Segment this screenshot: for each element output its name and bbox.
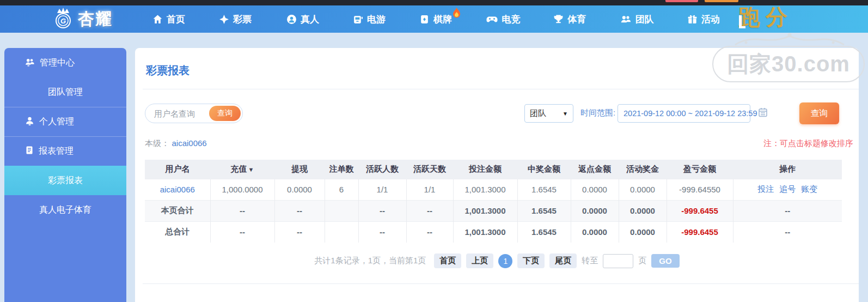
nav-item-label: 棋牌 <box>433 13 452 26</box>
table-row-grand-total: 总合计 -- -- -- -- 1,001.3000 1.6545 0.0000… <box>145 221 842 243</box>
top-navbar: G 杏耀 首页 彩票 真人 电游 棋牌 电竞 <box>0 5 868 33</box>
report-table: 用户名 充值▼ 提现 注单数 活跃人数 活跃天数 投注金额 中奖金额 返点金额 … <box>145 160 842 243</box>
nav-item-label: 电游 <box>367 13 386 26</box>
strip-accent-pink <box>665 0 698 2</box>
sidebar-item-label: 管理中心 <box>40 57 75 69</box>
username-search-button[interactable]: 查询 <box>209 106 241 121</box>
cell-win-amount: 1.6545 <box>517 179 571 200</box>
lottery-icon <box>219 14 229 25</box>
filter-row: 查询 团队 ▼ 时间范围: 2021-09-12 00:00 ~ 2021-09… <box>145 102 849 124</box>
cell-recharge: -- <box>210 221 274 243</box>
col-username[interactable]: 用户名 <box>145 160 210 179</box>
prev-page-button[interactable]: 上页 <box>466 253 493 268</box>
person-icon <box>25 116 34 128</box>
username-link[interactable]: aicai0066 <box>160 185 195 194</box>
cell-label: 本页合计 <box>145 200 210 221</box>
action-account-change-link[interactable]: 账变 <box>801 184 817 194</box>
sidebar-item-label: 彩票报表 <box>48 175 83 186</box>
nav-item-label: 体育 <box>567 13 586 26</box>
cell-bonus: 0.0000 <box>619 221 667 243</box>
cell-recharge: -- <box>210 200 274 221</box>
nav-item-cards[interactable]: 棋牌 <box>419 5 452 33</box>
cell-win-amount: 1.6545 <box>517 200 571 221</box>
col-rebate-amount[interactable]: 返点金额 <box>571 160 619 179</box>
sidebar-item-lottery-report[interactable]: 彩票报表 <box>4 166 126 195</box>
col-actions[interactable]: 操作 <box>733 160 842 179</box>
col-bet-count[interactable]: 注单数 <box>325 160 358 179</box>
scope-select-value: 团队 <box>530 108 563 119</box>
flame-hot-icon <box>453 8 461 21</box>
nav-item-live[interactable]: 真人 <box>286 5 319 33</box>
cell-withdraw: -- <box>274 200 325 221</box>
col-active-users[interactable]: 活跃人数 <box>358 160 406 179</box>
action-bets-link[interactable]: 投注 <box>757 184 774 194</box>
pagination-summary: 共计1条记录，1页，当前第1页 <box>314 256 426 266</box>
sidebar-item-report-management[interactable]: 报表管理 <box>4 136 126 166</box>
cell-username: aicai0066 <box>145 179 210 200</box>
cell-active-users: 1/1 <box>358 179 406 200</box>
cell-label: 总合计 <box>145 221 210 243</box>
level-user-link[interactable]: aicai0066 <box>172 138 206 148</box>
goto-label: 转至 <box>582 256 598 266</box>
cell-rebate: 0.0000 <box>571 200 619 221</box>
sidebar-item-personal-management[interactable]: 个人管理 <box>4 107 126 136</box>
nav-item-label: 活动 <box>701 13 720 26</box>
sort-hint-note: 注：可点击标题修改排序 <box>763 138 853 149</box>
nav-item-label: 电竞 <box>502 13 521 26</box>
nav-item-team[interactable]: 团队 <box>621 5 654 33</box>
query-button[interactable]: 查询 <box>799 102 839 124</box>
title-divider <box>143 89 859 89</box>
nav-item-slots[interactable]: 电游 <box>353 5 386 33</box>
sidebar-item-live-esports[interactable]: 真人电子体育 <box>4 195 126 225</box>
cell-bet-amount: 1,001.3000 <box>453 179 517 200</box>
username-search-input[interactable] <box>154 106 209 120</box>
cell-profit: -999.6455 <box>667 200 733 221</box>
sidebar-item-label: 真人电子体育 <box>39 204 91 216</box>
sidebar-item-label: 个人管理 <box>39 116 74 128</box>
col-bonus-amount[interactable]: 活动奖金 <box>619 160 667 179</box>
sidebar: 管理中心 团队管理 个人管理 报表管理 彩票报表 真人电子体育 <box>4 48 126 302</box>
content-card: 彩票报表 查询 团队 ▼ 时间范围: 2021-09-12 00:00 ~ 20… <box>135 48 859 302</box>
col-profit-amount[interactable]: 盈亏金额 <box>667 160 733 179</box>
nav-item-lottery[interactable]: 彩票 <box>219 5 252 33</box>
first-page-button[interactable]: 首页 <box>434 253 461 268</box>
cell-rebate: 0.0000 <box>571 221 619 243</box>
sidebar-item-management-center[interactable]: 管理中心 <box>4 48 126 77</box>
app-root: G 杏耀 首页 彩票 真人 电游 棋牌 电竞 <box>0 0 868 302</box>
action-chase-link[interactable]: 追号 <box>779 184 796 194</box>
cell-bet-count: 6 <box>325 179 358 200</box>
col-withdraw[interactable]: 提现 <box>274 160 325 179</box>
col-bet-amount[interactable]: 投注金额 <box>453 160 517 179</box>
card-game-icon <box>419 14 430 25</box>
cell-bonus: 0.0000 <box>619 179 667 200</box>
current-page-indicator[interactable]: 1 <box>498 254 512 268</box>
report-document-icon <box>25 146 34 157</box>
table-row-user: aicai0066 1,000.0000 0.0000 6 1/1 1/1 1,… <box>145 179 842 200</box>
nav-item-home[interactable]: 首页 <box>152 5 185 33</box>
nav-item-esports[interactable]: 电竞 <box>486 5 521 33</box>
nav-item-promo[interactable]: 活动 <box>687 5 720 33</box>
date-range-input[interactable]: 2021-09-12 00:00 ~ 2021-09-12 23:59 <box>618 104 750 123</box>
scope-select[interactable]: 团队 ▼ <box>524 104 573 123</box>
trophy-icon <box>553 14 564 25</box>
cell-active-days: 1/1 <box>406 179 453 200</box>
col-win-amount[interactable]: 中奖金额 <box>517 160 571 179</box>
cell-active-users: -- <box>358 221 406 243</box>
page-unit-label: 页 <box>638 256 646 266</box>
nav-item-sports[interactable]: 体育 <box>553 5 586 33</box>
sidebar-item-team-management[interactable]: 团队管理 <box>4 77 126 107</box>
nav-item-label: 首页 <box>167 13 185 26</box>
brand-logo[interactable]: G 杏耀 <box>52 5 113 33</box>
go-button[interactable]: GO <box>651 254 679 268</box>
col-recharge-sorted[interactable]: 充值▼ <box>210 160 274 179</box>
home-icon <box>152 14 163 25</box>
last-page-button[interactable]: 尾页 <box>549 253 577 268</box>
cell-bet-amount: 1,001.3000 <box>453 221 517 243</box>
col-active-days[interactable]: 活跃天数 <box>406 160 453 179</box>
goto-page-input[interactable] <box>603 254 633 268</box>
browser-top-strip <box>0 0 868 5</box>
live-person-icon <box>286 14 297 25</box>
next-page-button[interactable]: 下页 <box>517 253 545 268</box>
level-row: 本级： aicai0066 注：可点击标题修改排序 <box>145 138 853 149</box>
group-icon <box>25 57 35 69</box>
